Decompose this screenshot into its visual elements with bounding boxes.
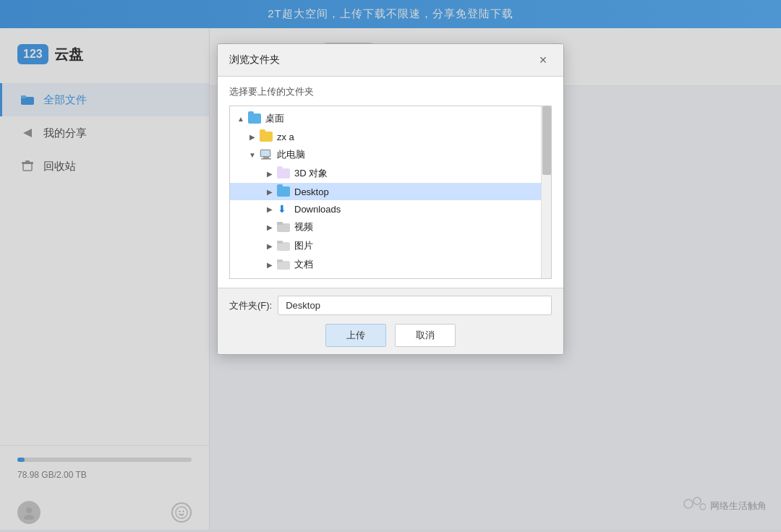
tree-item-desktop-top[interactable]: ▲ 桌面 <box>230 109 541 128</box>
modal-close-button[interactable]: × <box>534 51 552 69</box>
folder-video-icon <box>276 221 291 233</box>
chevron-right-icon: ▶ <box>265 241 275 251</box>
tree-item-music[interactable]: ▶ 音乐 <box>230 274 541 278</box>
modal-subtitle: 选择要上传的文件夹 <box>229 85 552 98</box>
tree-item-label: 视频 <box>294 220 313 233</box>
folder-docs-icon <box>276 259 291 270</box>
svg-rect-15 <box>263 157 269 158</box>
folder-pictures-icon <box>276 240 291 252</box>
folder-list[interactable]: ▲ 桌面 ▶ zx a <box>230 106 541 278</box>
cancel-button[interactable]: 取消 <box>395 324 456 347</box>
tree-item-video[interactable]: ▶ 视频 <box>230 218 541 236</box>
modal-footer: 文件夹(F): 上传 取消 <box>218 288 563 354</box>
tree-item-downloads[interactable]: ▶ ⬇ Downloads <box>230 200 541 218</box>
tree-item-label: Downloads <box>294 204 341 215</box>
chevron-right-icon: ▶ <box>265 204 275 214</box>
tree-item-3d[interactable]: ▶ 3D 对象 <box>230 164 541 183</box>
svg-rect-18 <box>277 222 283 225</box>
folder-download-icon: ⬇ <box>276 203 291 215</box>
chevron-up-icon: ▲ <box>236 113 246 124</box>
tree-item-label: zx a <box>277 132 294 142</box>
browse-folder-dialog: 浏览文件夹 × 选择要上传的文件夹 ▲ 桌面 <box>217 43 564 355</box>
tree-item-pictures[interactable]: ▶ 图片 <box>230 236 541 255</box>
modal-header: 浏览文件夹 × <box>218 44 563 77</box>
folder-path-label: 文件夹(F): <box>229 299 272 312</box>
chevron-right-icon: ▶ <box>265 168 275 179</box>
modal-overlay: 浏览文件夹 × 选择要上传的文件夹 ▲ 桌面 <box>0 0 781 532</box>
tree-item-label: 此电脑 <box>277 148 305 161</box>
modal-buttons: 上传 取消 <box>229 324 552 347</box>
chevron-right-icon: ▶ <box>265 222 275 232</box>
modal-title: 浏览文件夹 <box>229 53 280 66</box>
upload-confirm-button[interactable]: 上传 <box>325 324 386 347</box>
folder-user-icon <box>259 131 273 142</box>
svg-rect-16 <box>261 158 271 160</box>
tree-item-zxa[interactable]: ▶ zx a <box>230 128 541 145</box>
svg-rect-14 <box>261 150 270 156</box>
svg-rect-20 <box>277 241 283 244</box>
folder-path-row: 文件夹(F): <box>229 296 552 315</box>
chevron-right-icon: ▶ <box>265 186 275 197</box>
tree-item-desktop[interactable]: ▶ Desktop <box>230 183 541 200</box>
chevron-down-icon: ▼ <box>247 150 257 160</box>
tree-item-label: 文档 <box>294 258 313 271</box>
tree-item-label: Desktop <box>294 186 329 197</box>
folder-blue-icon <box>276 186 291 197</box>
tree-item-this-pc[interactable]: ▼ 此电脑 <box>230 145 541 164</box>
pc-icon <box>259 149 273 160</box>
folder-music-icon <box>276 278 291 278</box>
tree-item-docs[interactable]: ▶ 文档 <box>230 255 541 274</box>
folder-tree-container: ▲ 桌面 ▶ zx a <box>229 106 552 279</box>
modal-body: 选择要上传的文件夹 ▲ 桌面 ▶ <box>218 77 563 288</box>
tree-item-label: 桌面 <box>265 112 284 125</box>
folder-blue-icon <box>247 113 262 124</box>
chevron-right-icon: ▶ <box>247 132 257 142</box>
tree-scrollbar[interactable] <box>541 106 551 278</box>
tree-item-label: 3D 对象 <box>294 167 328 180</box>
scrollbar-thumb <box>542 106 551 175</box>
chevron-right-icon: ▶ <box>265 259 275 270</box>
svg-rect-22 <box>277 259 283 262</box>
folder-3d-icon <box>276 168 291 179</box>
tree-item-label: 图片 <box>294 239 313 252</box>
tree-item-label: 音乐 <box>294 277 313 278</box>
folder-path-input[interactable] <box>278 296 552 315</box>
